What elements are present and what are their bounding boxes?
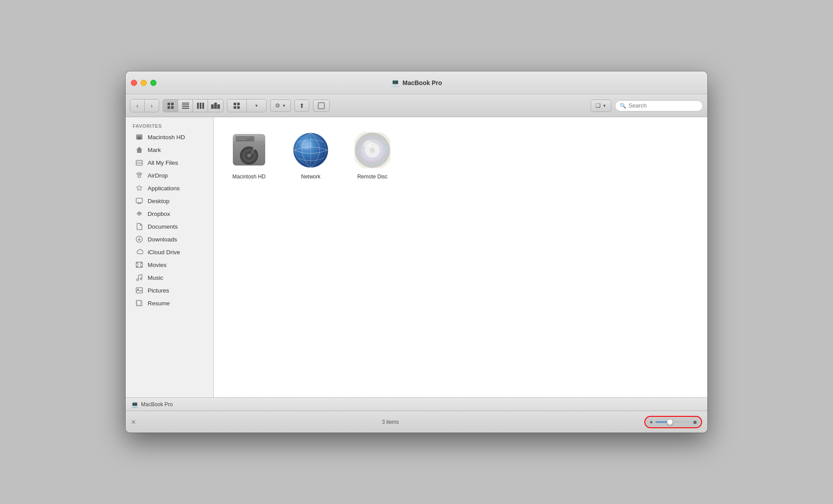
svg-rect-5 xyxy=(182,104,189,105)
view-buttons xyxy=(163,99,223,112)
file-item-macintosh-hd[interactable]: Macintosh HD xyxy=(227,130,271,180)
svg-rect-34 xyxy=(136,266,138,267)
sidebar-item-music[interactable]: Music xyxy=(128,271,211,284)
sidebar-item-airdrop[interactable]: AirDrop xyxy=(128,169,211,182)
sidebar-item-all-my-files[interactable]: All My Files xyxy=(128,156,211,169)
sidebar-item-mark-label: Mark xyxy=(148,147,161,153)
svg-point-25 xyxy=(138,175,141,178)
hd-sidebar-icon xyxy=(135,133,143,141)
status-right: ■ ■ xyxy=(644,416,702,428)
home-sidebar-icon xyxy=(135,146,143,154)
sidebar-item-pictures-label: Pictures xyxy=(148,287,169,294)
svg-rect-1 xyxy=(171,103,174,105)
search-bar[interactable]: 🔍 xyxy=(615,100,703,111)
status-left: ✕ xyxy=(131,419,136,426)
tag-button[interactable] xyxy=(313,100,330,112)
svg-rect-3 xyxy=(171,106,174,109)
svg-rect-9 xyxy=(200,103,201,109)
window-title: 💻 MacBook Pro xyxy=(391,78,442,87)
sidebar-item-icloud-drive[interactable]: iCloud Drive xyxy=(128,246,211,258)
dropbox-dropdown-icon: ▼ xyxy=(602,104,606,108)
svg-rect-15 xyxy=(237,103,240,105)
sidebar-item-downloads[interactable]: Downloads xyxy=(128,233,211,245)
svg-rect-17 xyxy=(237,106,240,109)
share-button[interactable]: ⬆ xyxy=(294,100,309,112)
sidebar-item-mark[interactable]: Mark xyxy=(128,144,211,156)
svg-rect-4 xyxy=(182,103,189,104)
sidebar-item-pictures[interactable]: Pictures xyxy=(128,284,211,296)
sidebar-item-documents[interactable]: Documents xyxy=(128,220,211,233)
svg-rect-6 xyxy=(182,106,189,107)
sidebar-item-desktop-label: Desktop xyxy=(148,198,170,204)
sidebar-item-resume-label: Resume xyxy=(148,300,170,307)
svg-rect-0 xyxy=(167,103,170,105)
view-icon-button[interactable] xyxy=(163,100,178,112)
sidebar-item-resume[interactable]: Resume xyxy=(128,297,211,309)
svg-rect-16 xyxy=(234,106,236,109)
svg-rect-13 xyxy=(217,104,220,109)
title-bar: 💻 MacBook Pro xyxy=(126,71,707,94)
svg-rect-8 xyxy=(197,103,199,109)
sidebar-item-movies[interactable]: Movies xyxy=(128,259,211,271)
svg-rect-19 xyxy=(136,134,142,137)
desktop-sidebar-icon xyxy=(135,197,143,205)
path-text: MacBook Pro xyxy=(141,401,173,408)
sidebar-item-dropbox[interactable]: Dropbox xyxy=(128,208,211,220)
main-content: Favorites Macintosh HD xyxy=(126,117,707,397)
view-cover-button[interactable] xyxy=(208,100,223,112)
toolbar: ‹ › xyxy=(126,94,707,117)
dropbox-sidebar-icon xyxy=(135,210,143,218)
view-columns-button[interactable] xyxy=(193,100,208,112)
file-item-remote-disc[interactable]: Remote Disc xyxy=(350,130,394,180)
svg-rect-11 xyxy=(211,104,214,109)
arrange-dropdown-button[interactable]: ▼ xyxy=(247,100,266,112)
back-button[interactable]: ‹ xyxy=(130,100,145,112)
sidebar-item-applications[interactable]: Applications xyxy=(128,182,211,194)
svg-rect-45 xyxy=(233,141,265,144)
sidebar-section-label: Favorites xyxy=(126,121,213,130)
sidebar: Favorites Macintosh HD xyxy=(126,117,214,397)
search-input[interactable] xyxy=(628,102,698,109)
svg-point-58 xyxy=(300,141,312,149)
tag-icon xyxy=(318,102,325,109)
zoom-slider-container: ■ ■ xyxy=(644,416,702,428)
svg-rect-22 xyxy=(136,160,142,165)
zoom-large-icon: ■ xyxy=(693,419,697,426)
forward-button[interactable]: › xyxy=(145,100,159,112)
svg-rect-10 xyxy=(202,103,204,109)
svg-point-21 xyxy=(139,137,140,138)
close-button[interactable] xyxy=(131,80,137,86)
gear-icon: ⚙ xyxy=(275,102,280,109)
status-center: 3 items xyxy=(136,419,644,425)
remote-disc-icon xyxy=(354,132,390,168)
svg-rect-7 xyxy=(182,108,189,109)
maximize-button[interactable] xyxy=(150,80,156,86)
file-grid: Macintosh HD xyxy=(223,126,699,184)
sidebar-item-movies-label: Movies xyxy=(148,262,167,268)
eject-icon[interactable]: ✕ xyxy=(131,419,136,426)
network-label: Network xyxy=(301,174,320,180)
status-bar: ✕ 3 items ■ ■ xyxy=(126,411,707,433)
title-text: MacBook Pro xyxy=(402,79,442,86)
music-sidebar-icon xyxy=(135,274,143,282)
icloud-sidebar-icon xyxy=(135,248,143,256)
sidebar-item-icloud-drive-label: iCloud Drive xyxy=(148,249,180,256)
action-gear-button[interactable]: ⚙ ▼ xyxy=(270,100,291,112)
macintosh-hd-icon-wrapper xyxy=(229,130,269,170)
sidebar-item-macintosh-hd[interactable]: Macintosh HD xyxy=(128,131,211,143)
search-icon: 🔍 xyxy=(620,103,626,109)
nav-buttons: ‹ › xyxy=(130,99,159,112)
zoom-slider[interactable] xyxy=(655,421,691,423)
sidebar-item-documents-label: Documents xyxy=(148,223,178,230)
svg-rect-32 xyxy=(136,262,138,263)
sidebar-item-desktop[interactable]: Desktop xyxy=(128,195,211,207)
dropbox-button[interactable]: ❑ ▼ xyxy=(591,100,611,112)
arrange-button[interactable] xyxy=(227,100,247,112)
svg-point-38 xyxy=(137,279,138,281)
file-item-network[interactable]: Network xyxy=(289,130,333,180)
minimize-button[interactable] xyxy=(141,80,147,86)
applications-sidebar-icon xyxy=(135,184,143,192)
svg-point-65 xyxy=(370,148,375,152)
sidebar-item-macintosh-hd-label: Macintosh HD xyxy=(148,134,185,141)
view-list-button[interactable] xyxy=(178,100,193,112)
